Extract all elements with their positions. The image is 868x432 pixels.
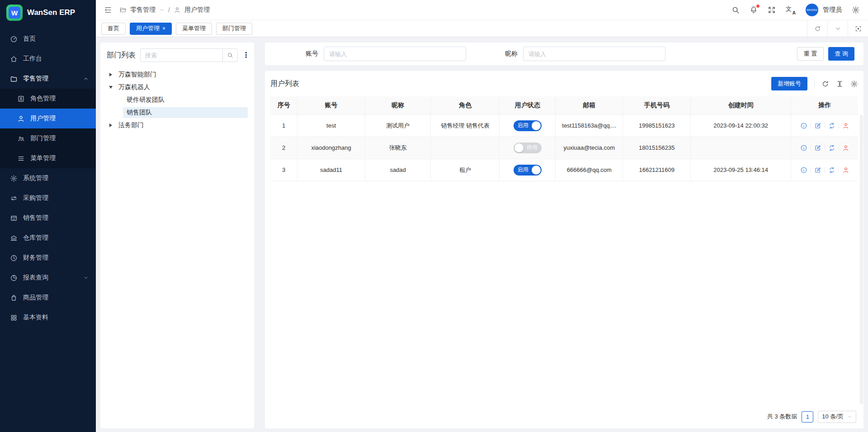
page-button[interactable]: 1 (802, 411, 813, 423)
maximize-content-button[interactable] (848, 20, 868, 37)
sidebar-item-label: 用户管理 (30, 114, 56, 123)
tree-node-sales-team[interactable]: 销售团队 (107, 106, 248, 119)
sidebar-item-users[interactable]: 用户管理 (0, 109, 96, 128)
edit-icon[interactable] (814, 166, 821, 174)
reset-password-icon[interactable] (828, 166, 835, 174)
info-icon[interactable] (800, 166, 807, 174)
sidebar-item-home[interactable]: 首页 (0, 29, 96, 49)
sidebar-item-label: 系统管理 (23, 174, 48, 182)
sidebar-collapse-button[interactable] (104, 6, 112, 14)
close-icon[interactable]: × (162, 26, 165, 31)
table-toolbar: 新增账号 (771, 77, 858, 90)
divider (814, 81, 815, 87)
search-button[interactable]: 查 询 (828, 47, 854, 61)
gear-icon (852, 6, 860, 14)
sidebar-item-purchase[interactable]: 采购管理 (0, 188, 96, 208)
sidebar: W WanSen ERP 首页 工作台 零售管理 角色管理 (0, 0, 96, 432)
page-size-select[interactable]: 10 条/页 (818, 411, 856, 423)
tree-node-hardware-team[interactable]: 硬件研发团队 (107, 94, 248, 106)
row-density-button[interactable] (836, 80, 844, 88)
warehouse-icon (10, 234, 18, 242)
global-search-button[interactable] (731, 6, 740, 14)
sidebar-item-reports[interactable]: 报表查询 (0, 268, 96, 288)
add-account-button[interactable]: 新增账号 (771, 77, 807, 90)
menu-icon (17, 155, 25, 162)
edit-icon[interactable] (814, 122, 821, 129)
sidebar-item-label: 部门管理 (30, 134, 56, 142)
sidebar-item-sales[interactable]: 销售管理 (0, 208, 96, 228)
chevron-down-icon[interactable] (159, 7, 165, 13)
sidebar-item-goods[interactable]: 商品管理 (0, 288, 96, 308)
status-toggle[interactable]: 启用 (514, 120, 542, 131)
department-search-button[interactable] (222, 48, 238, 62)
user-icon (174, 6, 181, 14)
brand-logo-icon: W (6, 5, 23, 21)
status-toggle[interactable]: 停用 (514, 142, 542, 153)
sidebar-item-retail[interactable]: 零售管理 (0, 69, 96, 89)
tab-menus[interactable]: 菜单管理 (176, 23, 212, 35)
avatar[interactable]: wansen (806, 4, 818, 16)
language-switch-button[interactable]: 文 A (786, 5, 796, 14)
col-created: 创建时间 (690, 96, 791, 114)
tab-options-button[interactable] (827, 20, 848, 37)
scrollbar[interactable] (860, 115, 863, 404)
sidebar-item-label: 报表查询 (23, 274, 78, 282)
sidebar-item-finance[interactable]: 财务管理 (0, 248, 96, 268)
sidebar-item-label: 销售管理 (23, 214, 48, 222)
sidebar-item-workbench[interactable]: 工作台 (0, 49, 96, 69)
department-search-input[interactable] (140, 48, 222, 62)
tree-node-wansen-smart[interactable]: 万森智能部门 (107, 68, 248, 81)
user-icon (17, 115, 25, 123)
tabbar: 首页 用户管理 × 菜单管理 部门管理 (96, 20, 868, 37)
sidebar-item-roles[interactable]: 角色管理 (0, 89, 96, 109)
tree-node-wansen-robot[interactable]: 万森机器人 (107, 81, 248, 94)
reload-table-button[interactable] (821, 80, 829, 88)
expand-arrow-icon[interactable] (107, 73, 115, 76)
topbar-actions: 文 A wansen 管理员 (731, 4, 860, 16)
info-icon[interactable] (800, 144, 807, 152)
col-index: 序号 (270, 96, 297, 114)
sidebar-item-departments[interactable]: 部门管理 (0, 128, 96, 148)
system-gear-icon (10, 175, 18, 182)
expand-arrow-icon[interactable] (107, 123, 115, 127)
collapse-arrow-icon[interactable] (107, 86, 115, 89)
fullscreen-icon (768, 6, 776, 14)
topbar: 零售管理 / 用户管理 文 A (96, 0, 868, 20)
sidebar-item-menus[interactable]: 菜单管理 (0, 148, 96, 168)
reset-button[interactable]: 重 置 (797, 47, 824, 61)
edit-icon[interactable] (814, 144, 821, 152)
assign-user-icon[interactable] (842, 166, 849, 174)
table-row: 1 test 测试用户 销售经理 销售代表 启用 (270, 114, 858, 137)
col-email: 邮箱 (555, 96, 623, 114)
col-actions: 操作 (791, 96, 858, 114)
tab-departments[interactable]: 部门管理 (216, 23, 252, 35)
chevron-down-icon (835, 25, 841, 32)
user-name[interactable]: 管理员 (823, 6, 842, 14)
sidebar-item-label: 仓库管理 (23, 234, 48, 242)
col-status: 用户状态 (500, 96, 556, 114)
report-pie-icon (10, 274, 18, 282)
department-more-button[interactable]: ⋮ (242, 52, 248, 59)
tree-node-legal[interactable]: 法务部门 (107, 119, 248, 132)
tab-users[interactable]: 用户管理 × (130, 23, 172, 35)
sidebar-item-basic-data[interactable]: 基本资料 (0, 308, 96, 328)
table-settings-button[interactable] (850, 80, 858, 88)
account-input[interactable] (324, 47, 466, 61)
sidebar-item-warehouse[interactable]: 仓库管理 (0, 228, 96, 248)
reset-password-icon[interactable] (828, 122, 835, 129)
assign-user-icon[interactable] (842, 122, 849, 129)
info-icon[interactable] (800, 122, 807, 129)
notifications-button[interactable] (750, 6, 758, 14)
sidebar-item-system[interactable]: 系统管理 (0, 168, 96, 188)
breadcrumb-parent[interactable]: 零售管理 (130, 6, 156, 14)
fullscreen-button[interactable] (768, 6, 776, 14)
refresh-tab-button[interactable] (807, 20, 827, 37)
reset-password-icon[interactable] (828, 144, 835, 152)
tab-home[interactable]: 首页 (101, 23, 126, 35)
status-toggle[interactable]: 启用 (514, 165, 542, 176)
sidebar-submenu: 角色管理 用户管理 部门管理 菜单管理 (0, 89, 96, 168)
tabbar-tools (807, 20, 868, 37)
assign-user-icon[interactable] (842, 144, 849, 152)
nickname-input[interactable] (523, 47, 665, 61)
settings-button[interactable] (852, 6, 860, 14)
